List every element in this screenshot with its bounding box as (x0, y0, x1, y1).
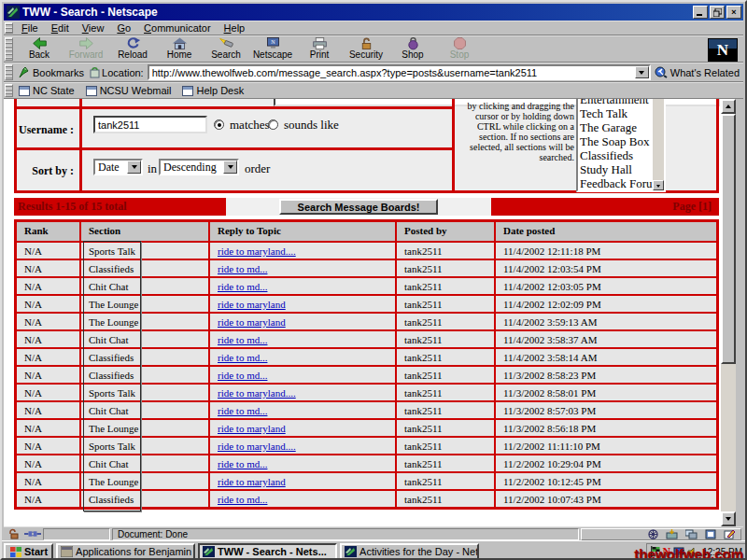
date-posted-cell: 11/3/2002 8:58:01 PM (494, 385, 716, 400)
section-option[interactable]: Entertainment (580, 99, 652, 106)
menu-item[interactable]: Edit (46, 21, 77, 35)
matches-label: matches (230, 118, 270, 133)
topic-link[interactable]: ride to md... (218, 494, 267, 505)
section-option[interactable]: The Garage (580, 120, 652, 134)
sort-field-select[interactable]: Date (93, 159, 143, 175)
topic-link[interactable]: ride to maryland.... (218, 245, 296, 257)
scroll-down-button[interactable] (721, 511, 736, 526)
topic-link[interactable]: ride to maryland (218, 476, 286, 487)
sort-direction-select[interactable]: Descending (159, 159, 239, 175)
shop-button[interactable]: Shop (389, 36, 436, 62)
url-dropdown-button[interactable] (635, 66, 649, 78)
topic-link[interactable]: ride to maryland (218, 299, 286, 310)
security-padlock-icon[interactable] (6, 528, 22, 540)
section-option[interactable]: Study Hall (580, 162, 652, 176)
topic-link[interactable]: ride to md... (218, 263, 267, 274)
print-button[interactable]: Print (296, 36, 343, 62)
matches-radio[interactable] (214, 119, 224, 130)
taskbar-task-applications[interactable]: Applications for Benjamin ... (56, 543, 195, 560)
table-row: N/A Classifieds ride to md... tank2511 1… (17, 489, 716, 507)
toolbar-grab-handle[interactable] (5, 37, 13, 61)
taskbar-task-tww-search[interactable]: TWW - Search - Nets... (198, 543, 337, 560)
location-icon[interactable] (90, 67, 100, 78)
bookmarks-button[interactable]: Bookmarks (16, 65, 90, 79)
personal-bookmark-item[interactable]: Help Desk (179, 85, 252, 96)
date-posted-cell: 11/3/2002 8:56:18 PM (494, 420, 716, 436)
results-bar-middle: Search Message Boards! (226, 198, 491, 216)
topic-link[interactable]: ride to md... (218, 370, 267, 381)
sort-direction-dropdown-arrow (223, 161, 237, 174)
scroll-up-button[interactable] (721, 99, 736, 114)
topic-link[interactable]: ride to maryland (218, 423, 286, 434)
discussions-icon[interactable] (685, 529, 698, 539)
sort-field-dropdown-arrow (127, 161, 141, 174)
menu-item[interactable]: Go (111, 21, 138, 35)
home-button[interactable]: Home (156, 36, 203, 62)
persbar-grab-handle[interactable] (5, 84, 13, 97)
reload-button[interactable]: Reload (109, 36, 156, 62)
section-cell: Sports Talk (79, 385, 208, 400)
posted-by-cell: tank2511 (395, 314, 494, 329)
menu-item[interactable]: Help (218, 21, 253, 35)
section-option[interactable]: Tech Talk (580, 106, 652, 120)
menu-item[interactable]: Communicator (138, 21, 218, 35)
taskbar-task-activities[interactable]: Activities for the Day - Net... (340, 543, 479, 560)
menu-item[interactable]: File (16, 21, 46, 35)
topic-link[interactable]: ride to md... (218, 405, 267, 416)
date-posted-cell: 11/3/2002 8:58:23 PM (494, 367, 716, 383)
search-message-boards-button[interactable]: Search Message Boards! (279, 199, 438, 215)
topic-link[interactable]: ride to md... (218, 281, 267, 292)
composer-icon[interactable] (724, 529, 735, 539)
monitor-icon: N (265, 36, 281, 50)
topic-link[interactable]: ride to md... (218, 352, 267, 363)
menubar-grab-handle[interactable] (5, 22, 13, 34)
section-option[interactable]: Classifieds (580, 148, 652, 162)
menu-item[interactable]: View (77, 21, 112, 35)
back-button[interactable]: Back (16, 36, 63, 62)
close-button[interactable]: × (726, 6, 741, 19)
topic-cell: ride to maryland (208, 473, 395, 489)
network-plug-icon[interactable] (24, 528, 41, 540)
section-option[interactable]: The Soap Box (580, 134, 652, 148)
whats-related-button[interactable]: What's Related (651, 66, 743, 78)
scrollbar-thumb[interactable] (721, 114, 736, 364)
url-input[interactable] (149, 66, 635, 78)
start-button[interactable]: Start (4, 543, 53, 560)
locbar-grab-handle[interactable] (5, 64, 13, 80)
search-form: Username : matches sounds like Sort by :… (14, 99, 719, 193)
minimize-button[interactable] (693, 6, 708, 19)
table-row: N/A Chit Chat ride to md... tank2511 11/… (17, 276, 716, 294)
topic-link[interactable]: ride to maryland (218, 316, 286, 328)
search-button[interactable]: Search (203, 36, 249, 62)
username-input[interactable] (93, 116, 207, 133)
section-option[interactable]: Feedback Forum (580, 176, 652, 190)
listbox-scroll-down-arrow[interactable] (653, 180, 664, 190)
stop-icon (452, 36, 468, 50)
inbox-icon[interactable] (666, 529, 678, 539)
listbox-scrollbar[interactable] (653, 99, 664, 190)
date-posted-cell: 11/3/2002 8:57:03 PM (494, 402, 716, 418)
navigator-wheel-icon[interactable] (648, 529, 658, 539)
sections-listbox[interactable]: EntertainmentTech TalkThe GarageThe Soap… (576, 99, 666, 192)
navigation-toolbar: Back Forward Reload Home Search N Netsca… (4, 35, 743, 63)
address-book-icon[interactable] (705, 529, 716, 539)
topic-link[interactable]: ride to md... (218, 458, 267, 469)
table-row: N/A Sports Talk ride to maryland.... tan… (17, 383, 716, 400)
bookmark-icon (18, 66, 30, 78)
topic-cell: ride to md... (208, 349, 395, 365)
netscape-home-button[interactable]: N Netscape (249, 36, 296, 62)
app-window-icon (61, 546, 73, 557)
topic-link[interactable]: ride to maryland.... (218, 441, 296, 452)
rank-cell: N/A (17, 385, 79, 400)
topic-cell: ride to maryland.... (208, 385, 395, 400)
posted-by-cell: tank2511 (395, 455, 494, 471)
sounds-like-radio[interactable] (268, 119, 278, 130)
topic-link[interactable]: ride to maryland.... (218, 387, 296, 399)
topic-link[interactable]: ride to md... (218, 334, 267, 345)
personal-bookmark-item[interactable]: NCSU Webmail (83, 85, 180, 96)
restore-button[interactable] (710, 6, 725, 19)
vertical-scrollbar[interactable] (721, 99, 736, 526)
personal-bookmark-item[interactable]: NC State (16, 85, 83, 96)
security-button[interactable]: Security (343, 36, 389, 62)
netscape-logo[interactable]: N (708, 38, 738, 62)
